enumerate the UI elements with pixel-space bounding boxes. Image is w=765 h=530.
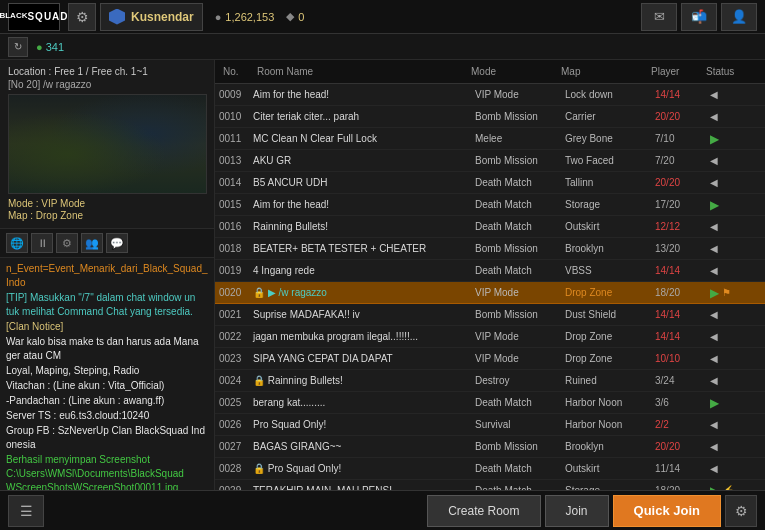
play-icon: ▶ <box>710 198 719 212</box>
chat-button[interactable]: 💬 <box>106 233 128 253</box>
room-name: 🔒 Pro Squad Only! <box>253 463 475 474</box>
table-row[interactable]: 0011MC Clean N Clear Full LockMeleeGrey … <box>215 128 765 150</box>
room-map: Lock down <box>565 89 655 100</box>
join-button[interactable]: Join <box>545 495 609 527</box>
wait-icon: ◀ <box>710 265 718 276</box>
table-row[interactable]: 00194 Ingang redeDeath MatchVBSS14/14◀ <box>215 260 765 282</box>
room-no: 0023 <box>215 353 253 364</box>
chat-line: Vitachan : (Line akun : Vita_Official) <box>6 379 208 393</box>
room-status: ◀ <box>710 463 765 474</box>
username-label: Kusnendar <box>131 10 194 24</box>
room-status: ▶ <box>710 132 765 146</box>
room-no: 0015 <box>215 199 253 210</box>
room-status: ▶⚡ <box>710 484 765 491</box>
chat-line: Server TS : eu6.ts3.cloud:10240 <box>6 409 208 423</box>
table-row[interactable]: 0009Aim for the head!VIP ModeLock down14… <box>215 84 765 106</box>
play-icon: ▶ <box>710 132 719 146</box>
table-row[interactable]: 0020🔒 ▶ /w ragazzoVIP ModeDrop Zone18/20… <box>215 282 765 304</box>
room-status: ◀ <box>710 177 765 188</box>
wait-icon: ◀ <box>710 309 718 320</box>
room-map: Storage <box>565 485 655 490</box>
table-row[interactable]: 0027BAGAS GIRANG~~Bomb MissionBrooklyn20… <box>215 436 765 458</box>
room-status: ◀ <box>710 353 765 364</box>
people-button[interactable]: 👥 <box>81 233 103 253</box>
room-no: 0025 <box>215 397 253 408</box>
room-players: 20/20 <box>655 111 710 122</box>
refresh-button[interactable]: ↻ <box>8 37 28 57</box>
table-row[interactable]: 0021Suprise MADAFAKA!! ivBomb MissionDus… <box>215 304 765 326</box>
room-status: ◀ <box>710 419 765 430</box>
room-name: jagan membuka program ilegal..!!!!!... <box>253 331 475 342</box>
table-row[interactable]: 0010Citer teriak citer... parahBomb Miss… <box>215 106 765 128</box>
room-mode: VIP Mode <box>475 89 565 100</box>
create-room-button[interactable]: Create Room <box>427 495 540 527</box>
cash-icon: ◆ <box>286 10 294 23</box>
table-row[interactable]: 0022jagan membuka program ilegal..!!!!!.… <box>215 326 765 348</box>
settings-small-button[interactable]: ⚙ <box>56 233 78 253</box>
chat-area: n_Event=Event_Menarik_dari_Black_Squad_I… <box>0 258 214 490</box>
table-row[interactable]: 0018BEATER+ BETA TESTER + CHEATERBomb Mi… <box>215 238 765 260</box>
wait-icon: ◀ <box>710 111 718 122</box>
logo-text-black: BLACK <box>0 12 27 21</box>
room-mode: VIP Mode <box>475 287 565 298</box>
currency2-value: 0 <box>298 11 304 23</box>
room-map: Two Faced <box>565 155 655 166</box>
room-name: TERAKHIR MAIN, MAU PENSI <box>253 485 475 490</box>
game-logo: BLACK SQUAD <box>8 3 60 31</box>
chat-line: War kalo bisa make ts dan harus ada Mana… <box>6 335 208 363</box>
room-status: ◀ <box>710 331 765 342</box>
table-row[interactable]: 0014B5 ANCUR UDHDeath MatchTallinn20/20◀ <box>215 172 765 194</box>
selected-arrow-icon: ▶ <box>268 287 279 298</box>
globe-button[interactable]: 🌐 <box>6 233 28 253</box>
chat-line: n_Event=Event_Menarik_dari_Black_Squad_I… <box>6 262 208 290</box>
room-mode: Bomb Mission <box>475 111 565 122</box>
room-players: 14/14 <box>655 309 710 320</box>
pause-button[interactable]: ⏸ <box>31 233 53 253</box>
table-row[interactable]: 0028🔒 Pro Squad Only!Death MatchOutskirt… <box>215 458 765 480</box>
wait-icon: ◀ <box>710 463 718 474</box>
table-row[interactable]: 0025berang kat.........Death MatchHarbor… <box>215 392 765 414</box>
col-header-mode: Mode <box>471 66 561 77</box>
settings-button[interactable]: ⚙ <box>725 495 757 527</box>
room-mode: Bomb Mission <box>475 309 565 320</box>
bottom-menu-button[interactable]: ☰ <box>8 495 44 527</box>
mail-button[interactable]: 📬 <box>681 3 717 31</box>
room-map: Grey Bone <box>565 133 655 144</box>
room-status: ◀ <box>710 309 765 320</box>
room-no: 0029 <box>215 485 253 490</box>
room-name: Aim for the head! <box>253 89 475 100</box>
wait-icon: ◀ <box>710 243 718 254</box>
room-map: Drop Zone <box>565 287 655 298</box>
table-row[interactable]: 0023SIPA YANG CEPAT DIA DAPATVIP ModeDro… <box>215 348 765 370</box>
room-tag-text: [No 20] /w ragazzo <box>8 79 206 90</box>
room-mode: Death Match <box>475 397 565 408</box>
map-info-labels: Mode : VIP Mode Map : Drop Zone <box>8 198 206 221</box>
room-players: 3/6 <box>655 397 710 408</box>
col-header-name: Room Name <box>257 66 471 77</box>
room-mode: Melee <box>475 133 565 144</box>
room-status: ◀ <box>710 375 765 386</box>
table-row[interactable]: 0015Aim for the head!Death MatchStorage1… <box>215 194 765 216</box>
mode-info-row: Mode : VIP Mode <box>8 198 206 209</box>
map-preview-image <box>8 94 207 194</box>
profile-button[interactable]: 👤 <box>721 3 757 31</box>
play-icon: ▶ <box>710 396 719 410</box>
room-players: 20/20 <box>655 441 710 452</box>
table-row[interactable]: 0029TERAKHIR MAIN, MAU PENSIDeath MatchS… <box>215 480 765 490</box>
room-name: 4 Ingang rede <box>253 265 475 276</box>
room-mode: Bomb Mission <box>475 441 565 452</box>
room-players: 14/14 <box>655 331 710 342</box>
room-players: 11/14 <box>655 463 710 474</box>
table-row[interactable]: 0013AKU GRBomb MissionTwo Faced7/20◀ <box>215 150 765 172</box>
message-button[interactable]: ✉ <box>641 3 677 31</box>
top-bar: BLACK SQUAD ⚙ Kusnendar ● 1,262,153 ◆ 0 … <box>0 0 765 34</box>
nav-icon-button[interactable]: ⚙ <box>68 3 96 31</box>
room-no: 0018 <box>215 243 253 254</box>
table-row[interactable]: 0016Rainning Bullets!Death MatchOutskirt… <box>215 216 765 238</box>
room-mode: Death Match <box>475 485 565 490</box>
room-players: 17/20 <box>655 199 710 210</box>
table-row[interactable]: 0026Pro Squad Only!SurvivalHarbor Noon2/… <box>215 414 765 436</box>
chat-line: Loyal, Maping, Steping, Radio <box>6 364 208 378</box>
quick-join-button[interactable]: Quick Join <box>613 495 721 527</box>
table-row[interactable]: 0024🔒 Rainning Bullets!DestroyRuined3/24… <box>215 370 765 392</box>
